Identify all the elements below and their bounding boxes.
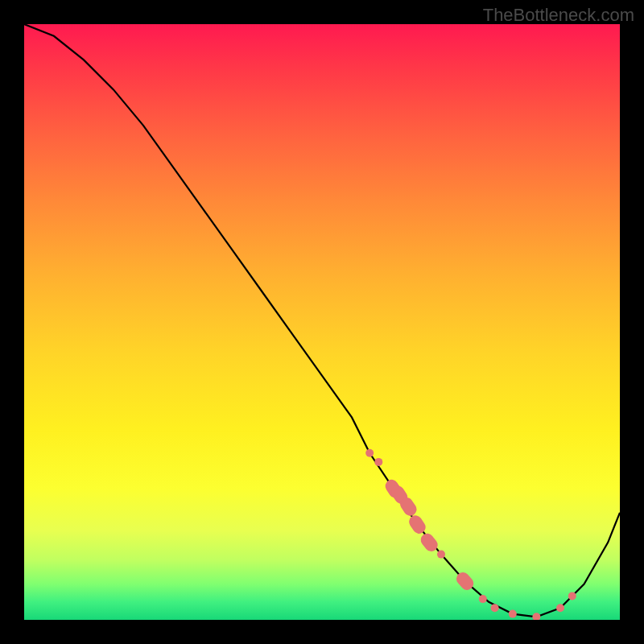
chart-marker [437, 551, 445, 559]
chart-curve [24, 24, 620, 617]
chart-marker [509, 610, 517, 618]
chart-marker [532, 613, 540, 620]
chart-marker [556, 604, 564, 612]
chart-marker [479, 595, 487, 603]
chart-plot-area [24, 24, 620, 620]
chart-marker [568, 592, 576, 600]
watermark-text: TheBottleneck.com [483, 5, 634, 26]
chart-overlay [24, 24, 620, 620]
chart-marker [491, 604, 499, 612]
chart-marker [374, 458, 382, 466]
chart-marker [365, 449, 374, 457]
chart-markers [365, 449, 576, 620]
